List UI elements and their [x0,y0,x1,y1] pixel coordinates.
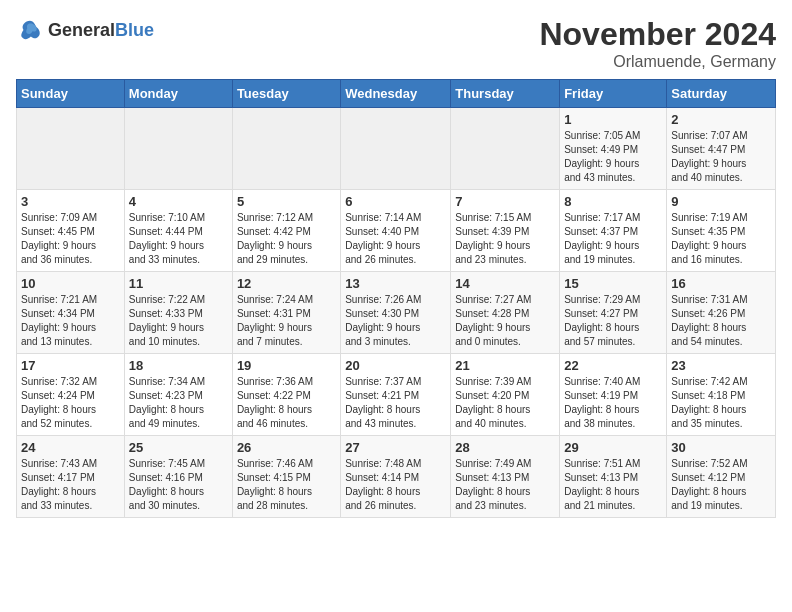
day-number: 18 [129,358,228,373]
day-cell: 26Sunrise: 7:46 AM Sunset: 4:15 PM Dayli… [232,436,340,518]
weekday-header-friday: Friday [560,80,667,108]
day-cell: 17Sunrise: 7:32 AM Sunset: 4:24 PM Dayli… [17,354,125,436]
day-number: 21 [455,358,555,373]
title-area: November 2024 Orlamuende, Germany [539,16,776,71]
day-cell: 29Sunrise: 7:51 AM Sunset: 4:13 PM Dayli… [560,436,667,518]
day-cell: 25Sunrise: 7:45 AM Sunset: 4:16 PM Dayli… [124,436,232,518]
weekday-header-sunday: Sunday [17,80,125,108]
logo-text: GeneralBlue [48,20,154,41]
day-info: Sunrise: 7:42 AM Sunset: 4:18 PM Dayligh… [671,375,771,431]
day-info: Sunrise: 7:49 AM Sunset: 4:13 PM Dayligh… [455,457,555,513]
day-cell: 28Sunrise: 7:49 AM Sunset: 4:13 PM Dayli… [451,436,560,518]
day-cell: 2Sunrise: 7:07 AM Sunset: 4:47 PM Daylig… [667,108,776,190]
day-info: Sunrise: 7:39 AM Sunset: 4:20 PM Dayligh… [455,375,555,431]
day-info: Sunrise: 7:52 AM Sunset: 4:12 PM Dayligh… [671,457,771,513]
day-info: Sunrise: 7:27 AM Sunset: 4:28 PM Dayligh… [455,293,555,349]
day-info: Sunrise: 7:05 AM Sunset: 4:49 PM Dayligh… [564,129,662,185]
day-number: 26 [237,440,336,455]
day-info: Sunrise: 7:17 AM Sunset: 4:37 PM Dayligh… [564,211,662,267]
day-number: 3 [21,194,120,209]
day-cell: 23Sunrise: 7:42 AM Sunset: 4:18 PM Dayli… [667,354,776,436]
day-number: 4 [129,194,228,209]
location-title: Orlamuende, Germany [539,53,776,71]
day-number: 15 [564,276,662,291]
day-cell: 6Sunrise: 7:14 AM Sunset: 4:40 PM Daylig… [341,190,451,272]
day-number: 9 [671,194,771,209]
weekday-header-thursday: Thursday [451,80,560,108]
day-cell: 11Sunrise: 7:22 AM Sunset: 4:33 PM Dayli… [124,272,232,354]
day-number: 16 [671,276,771,291]
day-number: 10 [21,276,120,291]
day-info: Sunrise: 7:09 AM Sunset: 4:45 PM Dayligh… [21,211,120,267]
day-info: Sunrise: 7:51 AM Sunset: 4:13 PM Dayligh… [564,457,662,513]
day-info: Sunrise: 7:31 AM Sunset: 4:26 PM Dayligh… [671,293,771,349]
day-info: Sunrise: 7:12 AM Sunset: 4:42 PM Dayligh… [237,211,336,267]
day-cell: 8Sunrise: 7:17 AM Sunset: 4:37 PM Daylig… [560,190,667,272]
day-info: Sunrise: 7:07 AM Sunset: 4:47 PM Dayligh… [671,129,771,185]
weekday-row: SundayMondayTuesdayWednesdayThursdayFrid… [17,80,776,108]
day-info: Sunrise: 7:29 AM Sunset: 4:27 PM Dayligh… [564,293,662,349]
day-cell: 21Sunrise: 7:39 AM Sunset: 4:20 PM Dayli… [451,354,560,436]
day-number: 8 [564,194,662,209]
day-cell: 9Sunrise: 7:19 AM Sunset: 4:35 PM Daylig… [667,190,776,272]
day-info: Sunrise: 7:43 AM Sunset: 4:17 PM Dayligh… [21,457,120,513]
day-info: Sunrise: 7:22 AM Sunset: 4:33 PM Dayligh… [129,293,228,349]
day-info: Sunrise: 7:36 AM Sunset: 4:22 PM Dayligh… [237,375,336,431]
day-info: Sunrise: 7:48 AM Sunset: 4:14 PM Dayligh… [345,457,446,513]
day-cell [341,108,451,190]
day-cell: 18Sunrise: 7:34 AM Sunset: 4:23 PM Dayli… [124,354,232,436]
weekday-header-saturday: Saturday [667,80,776,108]
logo: GeneralBlue [16,16,154,44]
day-info: Sunrise: 7:10 AM Sunset: 4:44 PM Dayligh… [129,211,228,267]
day-info: Sunrise: 7:46 AM Sunset: 4:15 PM Dayligh… [237,457,336,513]
day-number: 1 [564,112,662,127]
day-info: Sunrise: 7:45 AM Sunset: 4:16 PM Dayligh… [129,457,228,513]
day-cell: 27Sunrise: 7:48 AM Sunset: 4:14 PM Dayli… [341,436,451,518]
day-number: 14 [455,276,555,291]
day-cell: 19Sunrise: 7:36 AM Sunset: 4:22 PM Dayli… [232,354,340,436]
day-number: 2 [671,112,771,127]
day-number: 19 [237,358,336,373]
day-info: Sunrise: 7:14 AM Sunset: 4:40 PM Dayligh… [345,211,446,267]
day-info: Sunrise: 7:40 AM Sunset: 4:19 PM Dayligh… [564,375,662,431]
weekday-header-tuesday: Tuesday [232,80,340,108]
day-number: 25 [129,440,228,455]
weekday-header-wednesday: Wednesday [341,80,451,108]
week-row-5: 24Sunrise: 7:43 AM Sunset: 4:17 PM Dayli… [17,436,776,518]
calendar-header: SundayMondayTuesdayWednesdayThursdayFrid… [17,80,776,108]
day-info: Sunrise: 7:21 AM Sunset: 4:34 PM Dayligh… [21,293,120,349]
logo-bird-icon [16,16,44,44]
day-number: 23 [671,358,771,373]
day-number: 11 [129,276,228,291]
day-cell: 15Sunrise: 7:29 AM Sunset: 4:27 PM Dayli… [560,272,667,354]
logo-general: General [48,20,115,40]
logo-blue: Blue [115,20,154,40]
week-row-1: 1Sunrise: 7:05 AM Sunset: 4:49 PM Daylig… [17,108,776,190]
week-row-4: 17Sunrise: 7:32 AM Sunset: 4:24 PM Dayli… [17,354,776,436]
day-info: Sunrise: 7:15 AM Sunset: 4:39 PM Dayligh… [455,211,555,267]
calendar: SundayMondayTuesdayWednesdayThursdayFrid… [16,79,776,518]
day-number: 29 [564,440,662,455]
day-cell: 1Sunrise: 7:05 AM Sunset: 4:49 PM Daylig… [560,108,667,190]
day-cell: 12Sunrise: 7:24 AM Sunset: 4:31 PM Dayli… [232,272,340,354]
day-info: Sunrise: 7:26 AM Sunset: 4:30 PM Dayligh… [345,293,446,349]
day-info: Sunrise: 7:24 AM Sunset: 4:31 PM Dayligh… [237,293,336,349]
day-cell: 7Sunrise: 7:15 AM Sunset: 4:39 PM Daylig… [451,190,560,272]
day-cell: 4Sunrise: 7:10 AM Sunset: 4:44 PM Daylig… [124,190,232,272]
day-info: Sunrise: 7:37 AM Sunset: 4:21 PM Dayligh… [345,375,446,431]
weekday-header-monday: Monday [124,80,232,108]
day-number: 7 [455,194,555,209]
day-number: 20 [345,358,446,373]
day-cell [17,108,125,190]
day-cell: 10Sunrise: 7:21 AM Sunset: 4:34 PM Dayli… [17,272,125,354]
day-cell [451,108,560,190]
day-cell [124,108,232,190]
week-row-3: 10Sunrise: 7:21 AM Sunset: 4:34 PM Dayli… [17,272,776,354]
day-cell: 20Sunrise: 7:37 AM Sunset: 4:21 PM Dayli… [341,354,451,436]
day-number: 5 [237,194,336,209]
day-cell [232,108,340,190]
month-title: November 2024 [539,16,776,53]
day-number: 28 [455,440,555,455]
day-number: 27 [345,440,446,455]
day-cell: 13Sunrise: 7:26 AM Sunset: 4:30 PM Dayli… [341,272,451,354]
